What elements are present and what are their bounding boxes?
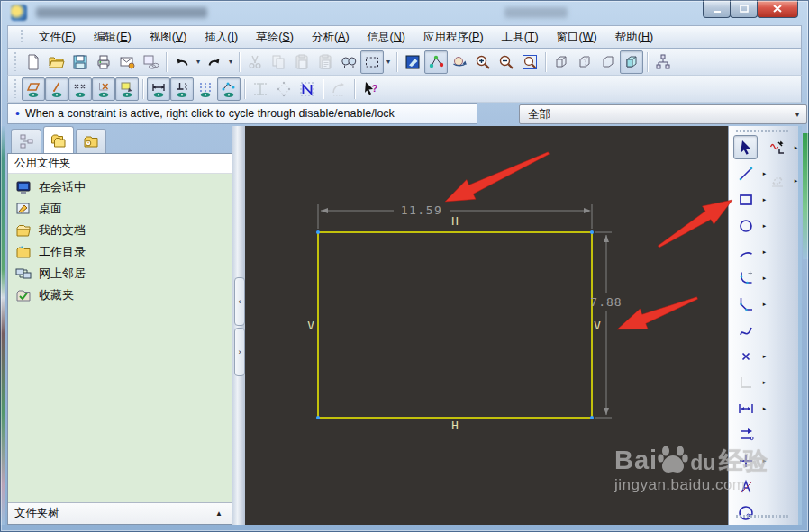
collapse-up-icon[interactable]: ▲ (215, 509, 232, 518)
save-button[interactable] (68, 50, 92, 74)
open-file-button[interactable] (45, 50, 68, 74)
titlebar[interactable] (0, 0, 809, 25)
repaint-button[interactable] (401, 50, 424, 74)
point-tool-flyout-arrow[interactable]: ▸ (760, 353, 768, 360)
palette-tool[interactable] (733, 500, 758, 525)
undo-dropdown-caret[interactable]: ▾ (194, 51, 203, 73)
disp-points-button[interactable] (68, 77, 92, 101)
sidebar-item-network-neighborhood[interactable]: 网上邻居 (8, 263, 232, 284)
sidebar-item-my-documents[interactable]: 我的文档 (8, 220, 232, 241)
chevron-down-icon[interactable]: ▾ (788, 110, 806, 119)
use-edge-tool[interactable] (765, 135, 789, 159)
disp-lines-button[interactable] (45, 77, 68, 101)
panel-splitter[interactable]: ‹ › (232, 126, 245, 525)
text-tool[interactable] (733, 474, 758, 499)
select-box-button[interactable] (360, 50, 384, 74)
sketch-canvas[interactable]: 11.597.88HHVV (245, 126, 728, 525)
disp-wireframe-button[interactable] (550, 50, 573, 74)
csys-tool-flyout-arrow[interactable]: ▸ (760, 379, 768, 386)
disp-vertices-button[interactable] (217, 77, 241, 101)
dimension-tool-flyout-arrow[interactable]: ▸ (760, 405, 768, 412)
menu-item-analysis[interactable]: 分析(A) (304, 27, 358, 48)
rect-tool[interactable] (733, 187, 758, 212)
maximize-button[interactable] (730, 0, 758, 18)
sidebar-item-working-directory[interactable]: *工作目录 (8, 241, 232, 263)
constraint-plus-tool[interactable] (733, 448, 758, 473)
csys-tool-row: ▸ (733, 369, 768, 395)
disp-axes-button[interactable] (92, 77, 115, 101)
menu-item-help[interactable]: 帮助(H) (607, 27, 661, 48)
zoom-in-button[interactable] (471, 50, 495, 74)
spin-center-button[interactable] (424, 50, 448, 74)
dimension-tool-icon (737, 400, 755, 418)
menu-item-insert[interactable]: 插入(I) (196, 27, 246, 48)
send-mail-button[interactable] (115, 50, 139, 74)
modify-tool[interactable] (733, 422, 758, 446)
orient-3d-button[interactable] (448, 50, 471, 74)
menu-item-file[interactable]: 文件(F) (31, 27, 84, 48)
toolbar-grip[interactable] (736, 130, 788, 132)
sidebar-item-favorites[interactable]: 收藏夹 (8, 284, 232, 306)
circle-tool[interactable] (733, 213, 758, 238)
select-tool[interactable] (733, 135, 758, 159)
splitter-expand-handle[interactable]: › (234, 328, 245, 376)
model-copy-button[interactable] (139, 50, 162, 74)
sidebar-item-in-session[interactable]: 在会话中 (8, 176, 232, 198)
chamfer-tool[interactable] (733, 292, 758, 316)
print-button[interactable] (92, 50, 115, 74)
favorites-tab[interactable]: * (76, 129, 106, 153)
disp-dims-button[interactable] (147, 77, 170, 101)
splitter-collapse-handle[interactable]: ‹ (234, 277, 245, 326)
toolbar-standard-grip[interactable] (14, 52, 16, 70)
fillet-tool[interactable] (733, 266, 758, 290)
use-edge-tool-flyout-arrow[interactable]: ▸ (792, 144, 800, 151)
circle-tool-flyout-arrow[interactable]: ▸ (760, 222, 768, 230)
zoom-out-button[interactable] (495, 50, 518, 74)
minimize-button[interactable] (703, 0, 731, 18)
disp-constraints-button[interactable] (170, 77, 194, 101)
model-tree-tab[interactable] (11, 129, 41, 153)
disp-verts-button[interactable] (22, 77, 45, 101)
line-tool[interactable] (733, 161, 758, 185)
menu-item-edit[interactable]: 编辑(E) (86, 27, 140, 48)
find-button[interactable] (337, 50, 360, 74)
constraint-plus-tool-flyout-arrow[interactable]: ▸ (760, 457, 768, 464)
redo-button[interactable] (203, 50, 226, 74)
undo-button[interactable] (170, 50, 194, 74)
new-file-button[interactable] (22, 50, 45, 74)
fillet-tool-flyout-arrow[interactable]: ▸ (760, 275, 768, 282)
menu-item-sketch[interactable]: 草绘(S) (248, 27, 302, 48)
point-tool[interactable] (733, 344, 758, 368)
menu-item-view[interactable]: 视图(V) (141, 27, 195, 48)
redo-dropdown-caret[interactable]: ▾ (226, 51, 235, 73)
menu-item-applications[interactable]: 应用程序(P) (415, 27, 492, 48)
menu-item-tools[interactable]: 工具(T) (494, 27, 547, 48)
rect-tool-flyout-arrow[interactable]: ▸ (760, 196, 768, 203)
model-tree-button[interactable] (651, 50, 675, 74)
offset-tool-flyout-arrow[interactable]: ▸ (792, 177, 800, 185)
folder-tree-bar[interactable]: 文件夹树 ▲ (8, 502, 232, 524)
filter-combobox[interactable]: 全部 ▾ (519, 104, 807, 124)
select-box-dropdown-caret[interactable]: ▾ (384, 51, 393, 73)
menu-item-window[interactable]: 窗口(W) (549, 27, 605, 48)
toolbar-display-grip[interactable] (14, 79, 16, 97)
folder-browser-tab[interactable] (43, 126, 74, 153)
menu-item-info[interactable]: 信息(N) (359, 27, 414, 48)
close-button[interactable] (757, 0, 798, 18)
disp-nohidden-button[interactable] (596, 50, 620, 74)
sec-clip-button[interactable] (295, 77, 319, 101)
menubar-grip[interactable] (21, 30, 23, 45)
spline-tool[interactable] (733, 318, 758, 342)
dimension-tool[interactable] (733, 396, 758, 420)
arc-tool[interactable] (733, 239, 758, 264)
disp-hiddenline-button[interactable] (573, 50, 596, 74)
sidebar-item-desktop[interactable]: 桌面 (8, 198, 232, 220)
zoom-fit-button[interactable] (518, 50, 541, 74)
context-help-button[interactable]: ? (359, 77, 382, 101)
toolbar-grip-bottom[interactable] (736, 515, 788, 518)
disp-grid-button[interactable] (194, 77, 217, 101)
disp-shaded-button[interactable] (620, 50, 643, 74)
chamfer-tool-flyout-arrow[interactable]: ▸ (760, 301, 768, 308)
arc-tool-flyout-arrow[interactable]: ▸ (760, 248, 768, 256)
disp-shade-loops-button[interactable] (115, 77, 139, 101)
